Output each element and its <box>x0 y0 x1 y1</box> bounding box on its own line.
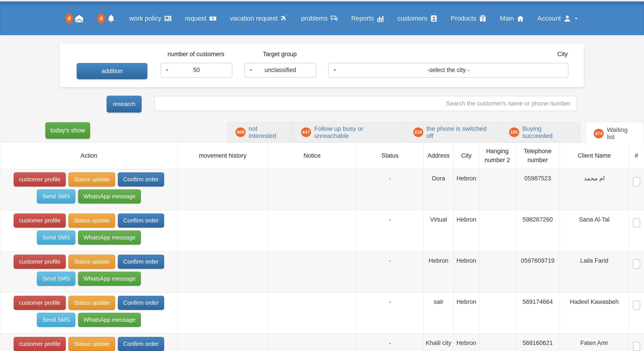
tab-count-badge: 647 <box>301 128 311 137</box>
customer-table-wrap: Actionmovement historyNoticeStatusAddres… <box>0 142 644 351</box>
action-button-send-sms[interactable]: Send SMS <box>37 313 75 327</box>
research-button[interactable]: research <box>107 96 142 112</box>
notice-cell <box>268 292 357 334</box>
notification-envelope[interactable]: 0 <box>65 14 84 24</box>
column-header-status: Status <box>357 143 424 169</box>
action-button-confirm-order[interactable]: Confirm order <box>118 172 164 186</box>
notification-count-badge: 0 <box>97 14 105 24</box>
action-cell: customer profileStatus updateConfirm ord… <box>0 292 178 334</box>
search-input[interactable] <box>154 96 577 111</box>
action-button-status-update[interactable]: Status update <box>68 296 115 310</box>
telephone-cell: 569174664 <box>516 292 560 334</box>
select-cell <box>629 334 644 351</box>
action-button-customer-profile[interactable]: customer profile <box>14 214 66 228</box>
nav-item-customers[interactable]: customers <box>397 14 438 22</box>
action-buttons-row: Send SMSWhatsApp message <box>1 189 177 204</box>
action-button-customer-profile[interactable]: customer profile <box>14 172 66 186</box>
action-button-confirm-order[interactable]: Confirm order <box>118 214 164 228</box>
notice-cell <box>268 169 357 210</box>
row-checkbox[interactable] <box>633 300 640 310</box>
tab-waiting-list[interactable]: 474Waiting list <box>586 122 644 145</box>
action-button-confirm-order[interactable]: Confirm order <box>118 337 164 351</box>
row-checkbox[interactable] <box>633 218 640 228</box>
action-buttons-row: Send SMSWhatsApp message <box>1 272 177 286</box>
tab-not-interested[interactable]: 909not interested <box>228 122 294 142</box>
movement-history-cell <box>178 292 268 334</box>
client-name-cell: Faten Amr <box>560 334 629 351</box>
tab-buying-succeeded[interactable]: 185Buying succeeded <box>502 122 580 142</box>
table-row: customer profileStatus updateConfirm ord… <box>0 334 644 351</box>
action-button-whatsapp-message[interactable]: WhatsApp message <box>78 272 141 286</box>
envelope-icon <box>74 14 84 23</box>
action-button-status-update[interactable]: Status update <box>68 172 115 186</box>
action-button-status-update[interactable]: Status update <box>68 214 115 228</box>
action-buttons-row: customer profileStatus updateConfirm ord… <box>1 296 177 310</box>
select-cell <box>629 292 644 334</box>
client-name-cell: Sana Al-Tal <box>560 210 629 251</box>
action-button-status-update[interactable]: Status update <box>68 337 115 351</box>
todays-show-button[interactable]: today's show <box>46 122 90 138</box>
hanging-number-2-cell <box>479 334 516 351</box>
action-button-confirm-order[interactable]: Confirm order <box>118 255 164 269</box>
action-cell: customer profileStatus updateConfirm ord… <box>0 251 178 292</box>
nav-item-label: customers <box>397 15 427 22</box>
action-button-send-sms[interactable]: Send SMS <box>37 230 75 244</box>
nav-item-products[interactable]: Products <box>451 14 487 22</box>
action-button-confirm-order[interactable]: Confirm order <box>118 296 164 310</box>
action-button-customer-profile[interactable]: customer profile <box>14 337 66 351</box>
action-button-customer-profile[interactable]: customer profile <box>14 296 66 310</box>
tab-follow-up-busy-or-unreachable[interactable]: 647Follow up busy or unreachable <box>294 122 406 142</box>
nav-item-label: Main <box>500 15 514 22</box>
address-cell: Virtual <box>424 210 454 251</box>
action-button-whatsapp-message[interactable]: WhatsApp message <box>78 189 141 204</box>
city-cell: Hebron <box>454 292 479 334</box>
notification-bell[interactable]: 0 <box>97 14 116 24</box>
column-header-hanging-number-2: Hanging number 2 <box>479 143 516 169</box>
number-of-customers-select[interactable]: ▼ 50 <box>160 63 232 78</box>
action-button-send-sms[interactable]: Send SMS <box>37 189 75 204</box>
select-cell <box>629 210 644 251</box>
action-buttons-row: customer profileStatus updateConfirm ord… <box>1 214 177 228</box>
notice-cell <box>268 334 357 351</box>
target-group-select[interactable]: ▼ unclassified <box>244 63 316 78</box>
navbar-menu: 00work policyrequestvacation requestprob… <box>0 2 644 35</box>
telephone-cell: 568160621 <box>516 334 560 351</box>
select-cell <box>629 169 644 210</box>
action-button-customer-profile[interactable]: customer profile <box>14 255 66 269</box>
table-row: customer profileStatus updateConfirm ord… <box>0 251 644 292</box>
nav-item-work-policy[interactable]: work policy <box>129 14 172 22</box>
client-name-cell: Hadeel Kawasbeh <box>560 292 629 334</box>
nav-item-request[interactable]: request <box>185 14 217 22</box>
action-button-send-sms[interactable]: Send SMS <box>37 272 75 286</box>
gift-icon <box>479 14 487 22</box>
nav-item-problems[interactable]: problems <box>301 14 338 22</box>
nav-item-reports[interactable]: Reports <box>351 14 384 22</box>
nav-item-label: problems <box>301 15 328 22</box>
hanging-number-2-cell <box>479 292 516 334</box>
action-button-status-update[interactable]: Status update <box>68 255 115 269</box>
newspaper-icon <box>164 14 172 22</box>
action-button-whatsapp-message[interactable]: WhatsApp message <box>78 230 141 244</box>
action-buttons-row: customer profileStatus updateConfirm ord… <box>1 337 177 351</box>
comments-icon <box>330 14 338 22</box>
row-checkbox[interactable] <box>633 177 640 186</box>
action-buttons-row: customer profileStatus updateConfirm ord… <box>1 172 177 186</box>
select-cell <box>629 251 644 292</box>
table-header-row: Actionmovement historyNoticeStatusAddres… <box>0 143 644 169</box>
nav-item-vacation-request[interactable]: vacation request <box>230 14 288 22</box>
city-select[interactable]: ▼ -select the city - <box>328 63 568 78</box>
addition-button[interactable]: addition <box>77 63 147 79</box>
movement-history-cell <box>178 334 268 351</box>
action-button-whatsapp-message[interactable]: WhatsApp message <box>78 313 141 327</box>
target-group-label: Target group <box>237 51 322 58</box>
nav-item-account[interactable]: Account <box>537 14 579 22</box>
movement-history-cell <box>178 210 268 251</box>
client-name-cell: Laila Farid <box>560 251 629 292</box>
row-checkbox[interactable] <box>633 342 640 351</box>
notice-cell <box>268 251 357 292</box>
row-checkbox[interactable] <box>633 259 640 269</box>
tab-the-phone-is-switched-off[interactable]: 218the phone is switched off <box>406 122 502 142</box>
notification-count-badge: 0 <box>65 14 73 24</box>
nav-item-main[interactable]: Main <box>500 14 524 22</box>
column-header-action: Action <box>0 143 178 169</box>
